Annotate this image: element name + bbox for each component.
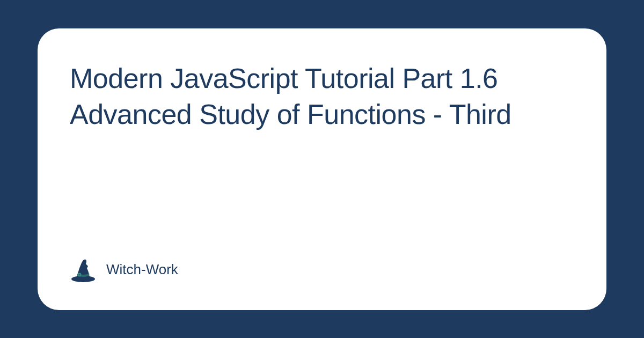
card-title: Modern JavaScript Tutorial Part 1.6 Adva… xyxy=(70,61,574,133)
brand-label: Witch-Work xyxy=(106,261,178,278)
svg-point-2 xyxy=(79,274,80,275)
witch-hat-icon xyxy=(70,256,97,283)
card-footer: Witch-Work xyxy=(70,256,574,283)
social-card: Modern JavaScript Tutorial Part 1.6 Adva… xyxy=(38,28,606,310)
